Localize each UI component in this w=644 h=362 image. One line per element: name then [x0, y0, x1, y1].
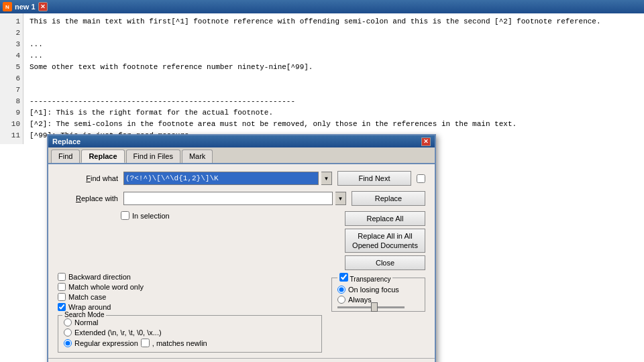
tab-replace[interactable]: Replace [81, 149, 124, 163]
dialog-status-bar: Replace All: 3 occurrences were replaced… [48, 358, 435, 362]
editor-line [30, 27, 639, 39]
editor-line [30, 73, 639, 84]
regex-mode-label: Regular expression [74, 339, 138, 347]
replace-with-row: Replace with ▼ Replace [58, 191, 425, 206]
wrap-around-label: Wrap around [68, 303, 111, 311]
normal-mode-label: Normal [74, 318, 98, 326]
on-losing-focus-radio[interactable] [337, 286, 345, 294]
on-losing-focus-row: On losing focus [337, 286, 419, 294]
editor-line: [^1]: This is the right format for the a… [30, 107, 639, 119]
normal-mode-row: Normal [64, 318, 316, 326]
editor-line: [^2]: The semi-colons in the footnote ar… [30, 119, 639, 130]
match-case-row: Match case [58, 293, 322, 301]
always-radio[interactable] [337, 296, 345, 304]
search-mode-fieldset: Search Mode Normal Extended (\n, \r, \t,… [58, 315, 322, 353]
editor-line: Some other text with footnote reference … [30, 62, 639, 73]
extended-mode-label: Extended (\n, \r, \t, \0, \x...) [74, 328, 162, 337]
find-next-checkbox[interactable] [417, 174, 425, 183]
dialog-title-bar: Replace ✕ [48, 135, 435, 147]
editor-line: ... [30, 50, 639, 62]
transparency-label: Transparency [350, 276, 391, 283]
match-whole-word-label: Match whole word only [68, 283, 144, 291]
editor-line: ----------------------------------------… [30, 96, 639, 107]
transparency-slider-thumb[interactable] [371, 302, 378, 312]
dialog-close-button[interactable]: ✕ [421, 137, 431, 146]
line-numbers: 1 2 3 4 5 6 7 8 9 10 11 [0, 13, 23, 144]
matches-newline-label: , matches newlin [152, 339, 207, 347]
find-what-dropdown[interactable]: ▼ [321, 172, 332, 185]
in-selection-container: In selection [121, 211, 170, 220]
title-bar: N new 1 ✕ [0, 0, 644, 13]
in-selection-label: In selection [132, 212, 170, 220]
transparency-checkbox[interactable] [339, 273, 348, 282]
dialog-body: Find what ▼ Find Next Replace with ▼ R [48, 164, 435, 362]
slider-container [337, 306, 419, 308]
replace-with-label: Replace with [58, 194, 118, 202]
title-text: new 1 [15, 3, 36, 11]
on-losing-focus-label: On losing focus [348, 286, 399, 294]
editor-content[interactable]: This is the main text with first[^1] foo… [24, 13, 644, 144]
bottom-section: Backward direction Match whole word only… [58, 273, 425, 353]
in-selection-row: In selection [58, 211, 345, 220]
tab-find-in-files[interactable]: Find in Files [126, 149, 180, 163]
editor-line: ... [30, 39, 639, 50]
middle-options-row: In selection Replace All Replace All in … [58, 211, 425, 270]
left-bottom: Backward direction Match whole word only… [58, 273, 322, 353]
wrap-around-row: Wrap around [58, 303, 322, 311]
tab-find[interactable]: Find [51, 149, 80, 163]
replace-all-opened-button[interactable]: Replace All in AllOpened Documents [345, 229, 425, 253]
transparency-legend-title: Transparency [337, 273, 392, 283]
search-mode-legend-title: Search Mode [62, 311, 106, 318]
replace-button[interactable]: Replace [352, 191, 425, 206]
replace-dialog: Replace ✕ Find Replace Find in Files Mar… [47, 134, 436, 362]
replace-with-input[interactable] [123, 192, 333, 205]
find-next-button[interactable]: Find Next [337, 171, 411, 186]
wrap-around-checkbox[interactable] [58, 303, 66, 311]
match-whole-word-checkbox[interactable] [58, 283, 66, 291]
normal-mode-radio[interactable] [64, 318, 72, 326]
tab-mark[interactable]: Mark [182, 149, 213, 163]
always-label: Always [348, 296, 372, 304]
right-bottom: Transparency On losing focus Always [331, 273, 425, 353]
replace-all-button[interactable]: Replace All [345, 211, 425, 226]
extended-mode-row: Extended (\n, \r, \t, \0, \x...) [64, 328, 316, 337]
replace-input-container: ▼ [123, 192, 346, 205]
backward-direction-label: Backward direction [68, 273, 131, 281]
find-input-container: ▼ [123, 172, 332, 185]
editor-line [30, 84, 639, 96]
right-buttons: Replace All Replace All in AllOpened Doc… [345, 211, 425, 270]
find-what-row: Find what ▼ Find Next [58, 171, 425, 186]
close-button[interactable]: Close [345, 255, 425, 270]
transparency-fieldset: Transparency On losing focus Always [331, 273, 425, 312]
regex-mode-radio[interactable] [64, 339, 72, 347]
editor-area: 1 2 3 4 5 6 7 8 9 10 11 This is the main… [0, 13, 644, 362]
backward-direction-row: Backward direction [58, 273, 322, 281]
transparency-slider-track [337, 306, 405, 308]
editor-line: This is the main text with first[^1] foo… [30, 16, 639, 27]
matches-newline-checkbox[interactable] [141, 339, 150, 347]
dialog-tabs: Find Replace Find in Files Mark [48, 147, 435, 164]
always-row: Always [337, 296, 419, 304]
find-what-label: Find what [58, 174, 118, 182]
dialog-title: Replace [52, 137, 80, 145]
find-what-input[interactable] [123, 172, 319, 185]
match-case-checkbox[interactable] [58, 293, 66, 301]
regex-mode-row: Regular expression , matches newlin [64, 339, 316, 347]
replace-with-dropdown[interactable]: ▼ [335, 192, 346, 205]
app-icon: N [3, 2, 12, 11]
left-spacer: In selection [58, 211, 345, 224]
in-selection-checkbox[interactable] [121, 211, 129, 220]
backward-direction-checkbox[interactable] [58, 273, 66, 281]
extended-mode-radio[interactable] [64, 328, 72, 337]
match-whole-word-row: Match whole word only [58, 283, 322, 291]
title-close-button[interactable]: ✕ [38, 2, 48, 11]
match-case-label: Match case [68, 293, 106, 301]
